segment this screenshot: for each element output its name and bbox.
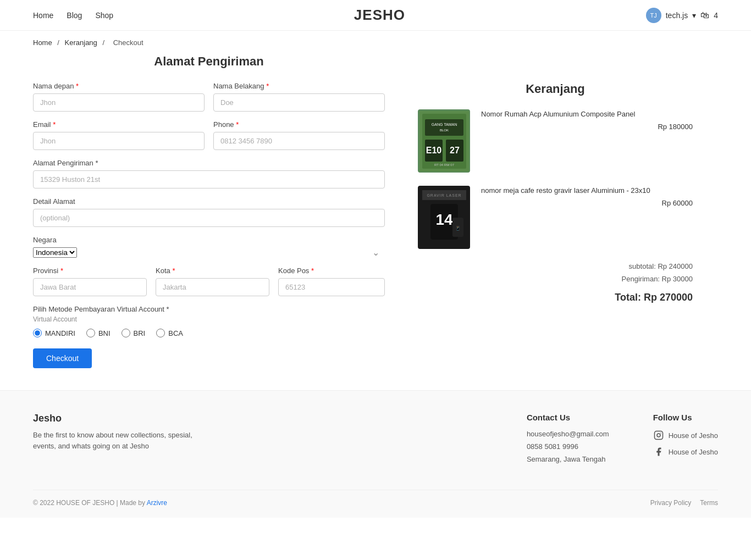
payment-bca[interactable]: BCA — [156, 329, 183, 337]
payment-radio-group: MANDIRI BNI BRI BCA — [33, 329, 385, 337]
cart-count: 4 — [714, 11, 718, 20]
last-name-input[interactable] — [213, 93, 385, 112]
zip-group: Kode Pos * — [278, 267, 385, 296]
first-name-group: Nama depan * — [33, 82, 205, 112]
detail-label: Detail Alamat — [33, 197, 385, 206]
radio-bca[interactable] — [156, 329, 165, 337]
svg-text:E10: E10 — [426, 146, 441, 155]
cart-item-2-info: nomor meja cafe resto gravir laser Alumi… — [481, 186, 693, 207]
contact-phone: 0858 5081 9996 — [527, 442, 609, 451]
mandiri-label: MANDIRI — [45, 329, 75, 337]
copyright: © 2022 HOUSE OF JESHO | Made by Arzivre — [33, 499, 167, 507]
email-input[interactable] — [33, 132, 205, 150]
address-input[interactable] — [33, 170, 385, 188]
breadcrumb: Home / Keranjang / Checkout — [0, 31, 751, 54]
terms-link[interactable]: Terms — [700, 499, 718, 507]
bni-label: BNI — [98, 329, 111, 337]
phone-input[interactable] — [213, 132, 385, 150]
contact-address: Semarang, Jawa Tengah — [527, 455, 609, 463]
checkout-button[interactable]: Checkout — [33, 348, 92, 368]
contact-email: houseofjesho@gmail.com — [527, 430, 609, 438]
footer-bottom: © 2022 HOUSE OF JESHO | Made by Arzivre … — [33, 490, 718, 507]
detail-group: Detail Alamat — [33, 197, 385, 227]
payment-bri[interactable]: BRI — [122, 329, 146, 337]
nav-shop[interactable]: Shop — [95, 11, 113, 20]
province-input[interactable] — [33, 278, 147, 296]
payment-section: Pilih Metode Pembayaran Virtual Account … — [33, 305, 385, 337]
bri-label: BRI — [134, 329, 146, 337]
email-group: Email * — [33, 120, 205, 150]
avatar: TJ — [646, 8, 661, 23]
breadcrumb-checkout: Checkout — [113, 38, 143, 47]
cart-item-1-name: Nomor Rumah Acp Alumunium Composite Pane… — [481, 109, 693, 119]
city-label: Kota * — [156, 267, 269, 275]
radio-bni[interactable] — [86, 329, 95, 337]
footer-top: Jesho Be the first to know about new col… — [33, 413, 718, 468]
breadcrumb-keranjang[interactable]: Keranjang — [65, 38, 97, 47]
cart-item-2-image: GRAVIR LASER 14 📱 — [418, 186, 470, 249]
email-phone-row: Email * Phone * — [33, 120, 385, 150]
cart-item-1-image: GANG TAMAN BLOK E10 27 RT 04 RW 07 — [418, 109, 470, 173]
country-label: Negara — [33, 236, 385, 244]
footer-brand: Jesho Be the first to know about new col… — [33, 413, 198, 468]
shipping-row: Pengiriman: Rp 30000 — [418, 275, 693, 283]
province-label: Provinsi * — [33, 267, 147, 275]
facebook-icon — [653, 446, 664, 457]
shipping-label: Pengiriman: — [622, 275, 660, 283]
first-name-label: Nama depan * — [33, 82, 205, 90]
zip-label: Kode Pos * — [278, 267, 385, 275]
cart-icon[interactable]: 🛍 — [700, 10, 709, 20]
svg-text:14: 14 — [435, 211, 453, 228]
svg-rect-2 — [425, 119, 463, 136]
social-facebook[interactable]: House of Jesho — [653, 446, 718, 457]
instagram-label: House of Jesho — [669, 431, 718, 440]
nav-blog[interactable]: Blog — [67, 11, 82, 20]
country-group: Negara Indonesia — [33, 236, 385, 258]
svg-text:27: 27 — [450, 146, 460, 155]
svg-text:RT 04 RW 07: RT 04 RW 07 — [434, 163, 454, 167]
cart-item-1-info: Nomor Rumah Acp Alumunium Composite Pane… — [481, 109, 693, 131]
shipping-section: Alamat Pengiriman Nama depan * Nama Bela… — [33, 54, 385, 368]
payment-mandiri[interactable]: MANDIRI — [33, 329, 75, 337]
copyright-text: © 2022 HOUSE OF JESHO | Made by — [33, 499, 145, 507]
detail-input[interactable] — [33, 209, 385, 227]
email-label: Email * — [33, 120, 205, 129]
zip-input[interactable] — [278, 278, 385, 296]
facebook-label: House of Jesho — [669, 448, 718, 456]
subtotal-label: subtotal: — [629, 262, 656, 270]
bca-label: BCA — [168, 329, 183, 337]
footer-links: Privacy Policy Terms — [650, 499, 718, 507]
svg-point-19 — [660, 433, 661, 434]
city-input[interactable] — [156, 278, 269, 296]
country-select-wrapper: Indonesia — [33, 247, 385, 258]
country-select[interactable]: Indonesia — [33, 247, 77, 258]
cart-item-2-name: nomor meja cafe resto gravir laser Alumi… — [481, 186, 693, 196]
province-group: Provinsi * — [33, 267, 147, 296]
footer: Jesho Be the first to know about new col… — [0, 390, 751, 518]
privacy-policy-link[interactable]: Privacy Policy — [650, 499, 692, 507]
shipping-value: Rp 30000 — [662, 275, 693, 283]
svg-rect-17 — [654, 431, 662, 440]
breadcrumb-home[interactable]: Home — [33, 38, 52, 47]
follow-title: Follow Us — [653, 413, 718, 422]
province-city-zip-row: Provinsi * Kota * Kode Pos * — [33, 267, 385, 296]
maker-link[interactable]: Arzivre — [147, 499, 167, 507]
first-name-input[interactable] — [33, 93, 205, 112]
cart-item-1-price: Rp 180000 — [481, 123, 693, 131]
city-group: Kota * — [156, 267, 269, 296]
cart-title: Keranjang — [418, 82, 693, 96]
subtotal-row: subtotal: Rp 240000 — [418, 262, 693, 270]
cart-section: Keranjang GANG TAMAN BLOK E10 27 RT 0 — [418, 54, 693, 368]
nav-home[interactable]: Home — [33, 11, 53, 20]
address-group: Alamat Pengiriman * — [33, 159, 385, 188]
subtotal-value: Rp 240000 — [658, 262, 693, 270]
cart-item-2-price: Rp 60000 — [481, 199, 693, 207]
radio-mandiri[interactable] — [33, 329, 42, 337]
radio-bri[interactable] — [122, 329, 130, 337]
svg-text:GANG TAMAN: GANG TAMAN — [431, 123, 456, 126]
phone-group: Phone * — [213, 120, 385, 150]
dropdown-arrow-icon[interactable]: ▾ — [692, 11, 696, 20]
social-instagram[interactable]: House of Jesho — [653, 430, 718, 441]
payment-bni[interactable]: BNI — [86, 329, 111, 337]
svg-point-18 — [657, 434, 660, 437]
